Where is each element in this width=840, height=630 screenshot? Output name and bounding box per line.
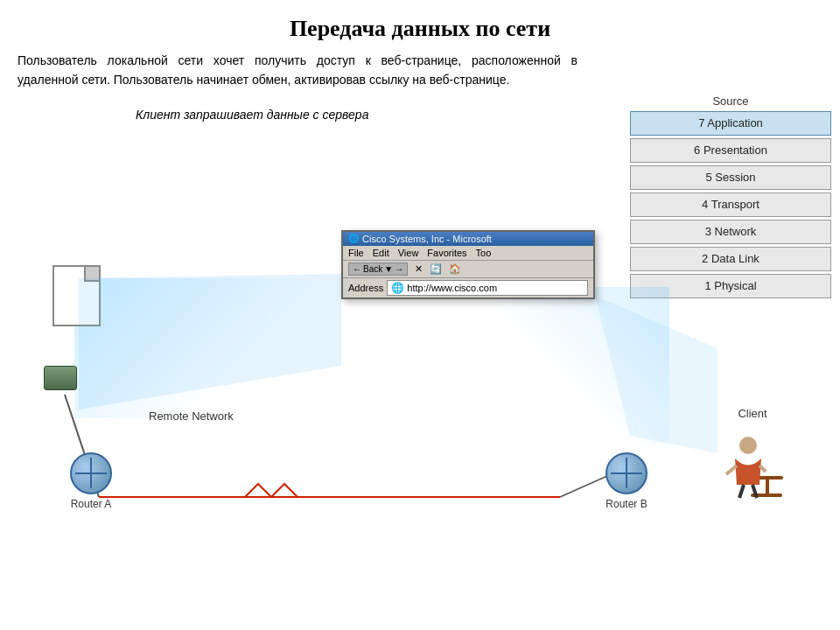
svg-line-9 xyxy=(739,485,744,498)
osi-layer-datalink[interactable]: 2 Data Link xyxy=(630,247,831,271)
osi-layer-application[interactable]: 7 Application xyxy=(630,111,831,136)
refresh-button[interactable]: 🔄 xyxy=(430,263,442,275)
svg-marker-4 xyxy=(595,296,718,453)
browser-address-bar: Address 🌐 http://www.cisco.com xyxy=(343,278,593,298)
osi-layer-presentation[interactable]: 6 Presentation xyxy=(630,138,831,163)
ie-icon: 🌐 xyxy=(391,282,404,294)
back-label: Back xyxy=(363,264,382,274)
server-switch-icon xyxy=(44,366,77,390)
back-arrow-icon: ← xyxy=(353,264,361,274)
osi-panel: Source 7 Application 6 Presentation 5 Se… xyxy=(630,94,831,301)
document-icon xyxy=(52,265,101,326)
page-title: Передача данных по сети xyxy=(0,0,840,51)
osi-source-label: Source xyxy=(630,94,831,108)
description-text: Пользователь локальной сети хочет получи… xyxy=(0,51,595,90)
menu-file[interactable]: File xyxy=(348,248,364,258)
light-beam-left xyxy=(74,278,354,418)
svg-line-11 xyxy=(726,466,737,474)
osi-layer-transport[interactable]: 4 Transport xyxy=(630,192,831,217)
router-b: Router B xyxy=(606,452,648,510)
svg-point-8 xyxy=(739,437,757,454)
client-area: Client xyxy=(718,407,788,506)
forward-arrow-icon: → xyxy=(395,264,403,274)
light-beam-right xyxy=(494,287,669,444)
client-request-label: Клиент запрашивает данные с сервера xyxy=(136,108,368,122)
menu-tools[interactable]: Too xyxy=(476,248,492,258)
browser-window[interactable]: 🌐 Cisco Systems, Inc - Microsoft File Ed… xyxy=(341,230,595,299)
client-label: Client xyxy=(718,407,788,420)
url-text: http://www.cisco.com xyxy=(407,283,497,293)
dropdown-arrow-icon: ▼ xyxy=(384,264,393,274)
osi-layer-physical[interactable]: 1 Physical xyxy=(630,274,831,298)
menu-favorites[interactable]: Favorites xyxy=(427,248,466,258)
stop-button[interactable]: ✕ xyxy=(415,263,423,275)
browser-toolbar: ← Back ▼ → ✕ 🔄 🏠 xyxy=(343,261,593,278)
svg-marker-3 xyxy=(79,274,341,410)
menu-edit[interactable]: Edit xyxy=(373,248,389,258)
osi-layer-network[interactable]: 3 Network xyxy=(630,220,831,244)
browser-address-input[interactable]: 🌐 http://www.cisco.com xyxy=(387,280,588,296)
menu-view[interactable]: View xyxy=(398,248,419,258)
browser-icon: 🌐 xyxy=(348,234,359,243)
browser-titlebar: 🌐 Cisco Systems, Inc - Microsoft xyxy=(343,232,593,246)
remote-network-label: Remote Network xyxy=(149,410,234,423)
router-a-icon xyxy=(70,452,112,494)
browser-title: Cisco Systems, Inc - Microsoft xyxy=(362,234,492,244)
osi-layer-session[interactable]: 5 Session xyxy=(630,165,831,190)
document-shape xyxy=(52,265,101,326)
home-button[interactable]: 🏠 xyxy=(449,263,461,275)
back-button[interactable]: ← Back ▼ → xyxy=(348,262,408,276)
diagram-area: Клиент запрашивает данные с сервера Sour… xyxy=(0,94,840,558)
address-label: Address xyxy=(348,283,383,293)
router-a: Router A xyxy=(70,452,112,510)
router-a-label: Router A xyxy=(70,498,112,510)
router-b-label: Router B xyxy=(606,498,648,510)
router-b-icon xyxy=(606,452,648,494)
client-person-icon xyxy=(718,424,788,502)
browser-menubar: File Edit View Favorites Too xyxy=(343,246,593,261)
switch-box xyxy=(44,366,77,390)
